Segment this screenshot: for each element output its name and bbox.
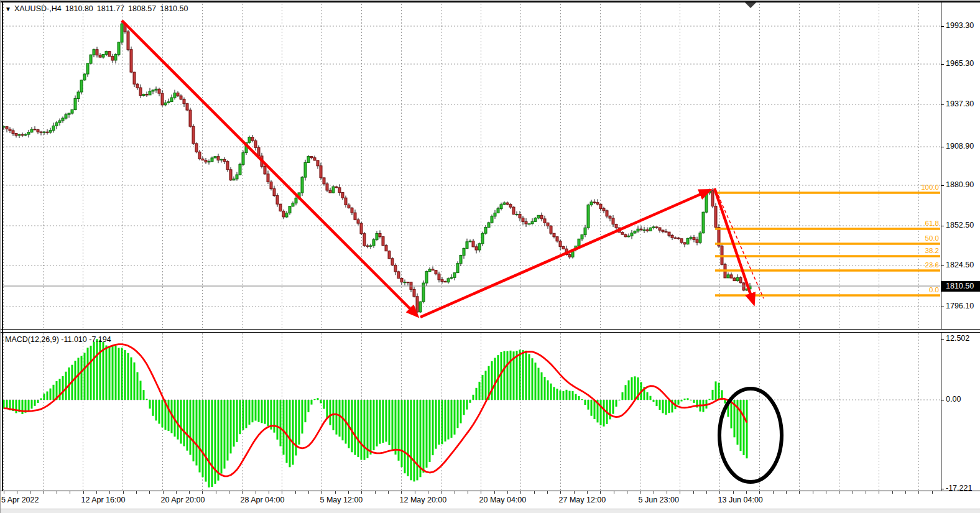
macd-axis-tick xyxy=(941,400,944,400)
time-axis-tick xyxy=(44,491,44,494)
time-axis-tick xyxy=(229,491,229,494)
fib-level-label: 23.6 xyxy=(925,261,939,269)
time-axis-tick xyxy=(892,491,893,494)
window-left-edge xyxy=(0,0,1,513)
time-axis-tick xyxy=(507,491,508,494)
macd-indicator-label: MACD(12,26,9) -11.010 -7.194 xyxy=(5,335,111,344)
time-axis-tick xyxy=(627,491,627,494)
time-axis-tick xyxy=(163,491,164,494)
time-axis-tick xyxy=(455,491,455,494)
time-axis-label: 12 Apr 16:00 xyxy=(81,496,126,504)
time-axis-tick xyxy=(216,491,216,494)
time-axis-tick xyxy=(786,491,787,494)
fib-level-label: 38.2 xyxy=(925,247,939,254)
fib-level-label: 50.0 xyxy=(925,234,939,242)
time-axis-tick xyxy=(321,491,322,494)
time-axis-tick xyxy=(520,491,521,494)
time-axis-tick xyxy=(335,491,336,494)
time-axis-tick xyxy=(415,491,415,494)
time-axis-tick xyxy=(202,491,203,494)
price-tick-label: 1993.30 xyxy=(946,21,979,30)
price-tick-label: 1908.90 xyxy=(946,142,979,150)
time-axis-label: 27 May 12:00 xyxy=(559,496,606,504)
ohlc-low: 1808.57 xyxy=(128,4,156,13)
time-axis-tick xyxy=(256,491,256,494)
price-axis[interactable] xyxy=(941,0,980,491)
fib-level-label: 100.0 xyxy=(921,183,939,191)
time-axis-tick xyxy=(136,491,137,494)
time-axis-tick xyxy=(719,491,720,494)
time-axis-tick xyxy=(242,491,243,494)
time-axis-tick xyxy=(773,491,774,494)
time-axis-tick xyxy=(905,491,906,494)
price-tick-label: 1965.30 xyxy=(946,59,979,68)
price-axis-border xyxy=(941,2,941,491)
price-axis-tick xyxy=(941,226,944,226)
time-axis-tick xyxy=(282,491,282,494)
time-axis-label: 28 Apr 04:00 xyxy=(241,496,285,504)
panel-splitter[interactable] xyxy=(0,329,980,333)
time-axis-tick xyxy=(547,491,548,494)
time-axis-tick xyxy=(4,491,4,494)
time-axis-tick xyxy=(348,491,349,494)
time-axis-tick xyxy=(654,491,654,494)
price-axis-tick xyxy=(941,147,944,147)
time-axis-tick xyxy=(733,491,734,494)
symbol-period-label: XAUUSD-,H4 xyxy=(14,4,62,13)
price-tick-label: 1852.50 xyxy=(946,221,979,229)
price-tick-label: 1880.90 xyxy=(946,180,979,189)
time-axis-tick xyxy=(468,491,468,494)
time-axis-label: 13 Jun 04:00 xyxy=(718,496,763,504)
time-axis-label: 5 Apr 2022 xyxy=(1,496,39,504)
time-axis-tick xyxy=(693,491,694,494)
fib-level-label: 61.8 xyxy=(925,220,939,227)
price-tick-label: 1824.50 xyxy=(946,261,979,269)
fib-level-label: 0.0 xyxy=(929,286,939,293)
time-axis-tick xyxy=(57,491,57,494)
time-axis-tick xyxy=(866,491,866,494)
macd-tick-label: 12.502 xyxy=(946,334,979,343)
symbol-dropdown-icon[interactable]: ▼ xyxy=(5,6,11,12)
time-axis-tick xyxy=(839,491,839,494)
chart-left-border xyxy=(2,1,3,491)
price-axis-tick xyxy=(941,307,944,307)
time-axis-tick xyxy=(30,491,30,494)
time-axis-tick xyxy=(534,491,535,494)
price-and-macd-chart-canvas[interactable] xyxy=(0,0,941,491)
time-axis-tick xyxy=(70,491,70,494)
price-tick-label: 1937.30 xyxy=(946,99,979,108)
chart-top-border xyxy=(0,1,980,2)
time-axis-tick xyxy=(574,491,575,494)
time-axis-tick xyxy=(149,491,150,494)
price-axis-tick xyxy=(941,266,944,266)
time-axis-tick xyxy=(96,491,97,494)
time-axis-tick xyxy=(600,491,601,494)
time-axis-label: 5 May 12:00 xyxy=(320,496,363,504)
price-axis-tick xyxy=(941,26,944,27)
time-axis-label: 20 Apr 20:00 xyxy=(161,496,205,504)
time-axis-tick xyxy=(932,491,933,494)
time-axis-tick xyxy=(109,491,110,494)
time-axis-tick xyxy=(308,491,309,494)
price-tick-label: 1796.10 xyxy=(946,302,979,310)
time-axis-tick xyxy=(401,491,402,494)
time-axis-tick xyxy=(17,491,17,494)
time-axis-tick xyxy=(494,491,495,494)
ohlc-close: 1810.50 xyxy=(160,4,188,13)
time-axis-tick xyxy=(706,491,707,494)
time-axis-label: 20 May 04:00 xyxy=(479,496,527,504)
time-axis-tick xyxy=(388,491,389,494)
time-axis-tick xyxy=(375,491,376,494)
time-axis-tick xyxy=(614,491,614,494)
time-axis-tick xyxy=(481,491,481,494)
time-axis-label: 5 Jun 23:00 xyxy=(639,496,679,504)
time-axis-tick xyxy=(853,491,853,494)
time-axis-tick xyxy=(269,491,269,494)
time-axis-tick xyxy=(746,491,747,494)
macd-axis-tick xyxy=(941,339,944,340)
time-axis-tick xyxy=(189,491,190,494)
macd-axis-tick xyxy=(941,489,944,489)
current-price-badge: 1810.50 xyxy=(941,281,980,292)
time-axis-tick xyxy=(441,491,441,494)
macd-panel-border xyxy=(0,491,980,491)
